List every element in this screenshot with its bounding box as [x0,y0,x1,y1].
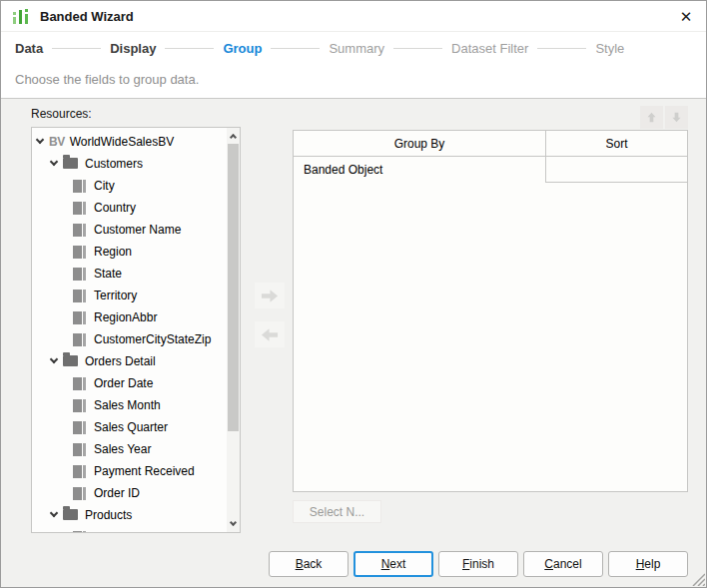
arrow-up-icon [646,110,657,125]
tree-item-regionabbr[interactable]: RegionAbbr [32,306,227,328]
arrow-right-icon [261,289,279,303]
next-button[interactable]: Next [354,551,433,577]
field-icon [73,531,87,533]
folder-icon [63,355,78,366]
chevron-down-icon[interactable] [50,509,58,517]
remove-field-button[interactable] [255,321,285,347]
step-group[interactable]: Group [223,41,262,56]
sort-cell[interactable] [545,157,687,183]
tree-item-customer-name[interactable]: Customer Name [32,219,227,241]
tree-item-sales-quarter[interactable]: Sales Quarter [32,416,227,438]
tree-item-partial[interactable] [32,526,227,532]
tree-item-payment-received[interactable]: Payment Received [32,460,227,482]
add-field-button[interactable] [255,283,285,308]
tree-item-customers[interactable]: Customers [32,153,227,175]
title-bar: Banded Wizard ✕ [1,1,706,32]
table-row[interactable]: Banded Object [294,157,687,183]
folder-icon [63,509,78,520]
tree-item-sales-month[interactable]: Sales Month [32,394,227,416]
tree-item-products[interactable]: Products [32,504,227,526]
field-icon [73,421,87,434]
back-button[interactable]: Back [269,551,349,577]
tree-item-sales-year[interactable]: Sales Year [32,438,227,460]
field-icon [73,377,87,390]
step-data[interactable]: Data [15,41,43,56]
resize-grip[interactable] [690,571,705,586]
step-connector [165,48,214,49]
subtitle-bar: Choose the fields to group data. [1,64,706,99]
help-button[interactable]: Help [608,551,688,577]
step-connector [271,48,320,49]
step-connector [52,48,101,49]
resources-label: Resources: [31,107,92,121]
field-icon [73,465,87,478]
field-icon [73,333,87,346]
field-icon [73,180,87,193]
column-header-group-by: Group By [294,131,545,156]
chevron-down-icon[interactable] [36,136,44,144]
field-icon [73,311,87,324]
banded-wizard-dialog: Banded Wizard ✕ Data Display Group Summa… [0,0,707,588]
scroll-down-icon[interactable] [227,517,240,531]
field-icon [73,399,87,412]
tree-item-region[interactable]: Region [32,241,227,263]
chevron-down-icon[interactable] [50,158,58,166]
move-down-button[interactable] [665,106,688,129]
move-up-button[interactable] [640,106,663,129]
main-area: Resources: BV WorldWideSalesBV Customers… [1,99,706,587]
step-display[interactable]: Display [110,41,156,56]
step-connector [537,48,586,49]
dialog-buttons: Back Next Finish Cancel Help [1,551,688,577]
step-connector [393,48,442,49]
tree-item-customercitystatezip[interactable]: CustomerCityStateZip [32,328,227,350]
tree-item-order-date[interactable]: Order Date [32,372,227,394]
resources-tree: BV WorldWideSalesBV Customers City Count… [32,128,227,532]
finish-button[interactable]: Finish [438,551,518,577]
field-icon [73,224,87,237]
step-dataset-filter[interactable]: Dataset Filter [451,41,528,56]
resources-tree-panel: BV WorldWideSalesBV Customers City Count… [31,127,241,533]
field-icon [73,443,87,456]
tree-item-order-id[interactable]: Order ID [32,482,227,504]
tree-item-state[interactable]: State [32,263,227,285]
field-icon [73,487,87,500]
group-table-header: Group By Sort [294,131,687,157]
close-icon[interactable]: ✕ [674,5,698,29]
field-icon [73,268,87,281]
window-title: Banded Wizard [40,9,134,24]
select-n-button[interactable]: Select N... [293,500,381,523]
folder-icon [63,158,78,169]
cancel-button[interactable]: Cancel [523,551,603,577]
group-by-cell[interactable]: Banded Object [294,157,545,183]
chevron-down-icon[interactable] [50,355,58,363]
wizard-instruction: Choose the fields to group data. [15,72,199,87]
field-icon [73,290,87,302]
step-summary[interactable]: Summary [329,41,384,56]
business-view-icon: BV [49,135,65,149]
step-style[interactable]: Style [595,41,624,56]
column-header-sort: Sort [545,131,687,156]
tree-item-country[interactable]: Country [32,197,227,219]
arrow-left-icon [261,327,279,342]
tree-item-orders-detail[interactable]: Orders Detail [32,350,227,372]
arrow-down-icon [671,110,682,125]
scroll-up-icon[interactable] [227,129,240,143]
field-icon [73,246,87,259]
group-by-table: Group By Sort Banded Object [293,130,688,492]
tree-scrollbar[interactable] [227,128,240,532]
tree-item-territory[interactable]: Territory [32,285,227,306]
tree-item-city[interactable]: City [32,175,227,197]
field-icon [73,202,87,215]
wizard-steps: Data Display Group Summary Dataset Filte… [1,32,706,64]
app-chart-bars-icon [13,8,31,25]
tree-item-worldwidesalesbv[interactable]: BV WorldWideSalesBV [32,131,227,153]
scrollbar-thumb[interactable] [228,144,239,431]
